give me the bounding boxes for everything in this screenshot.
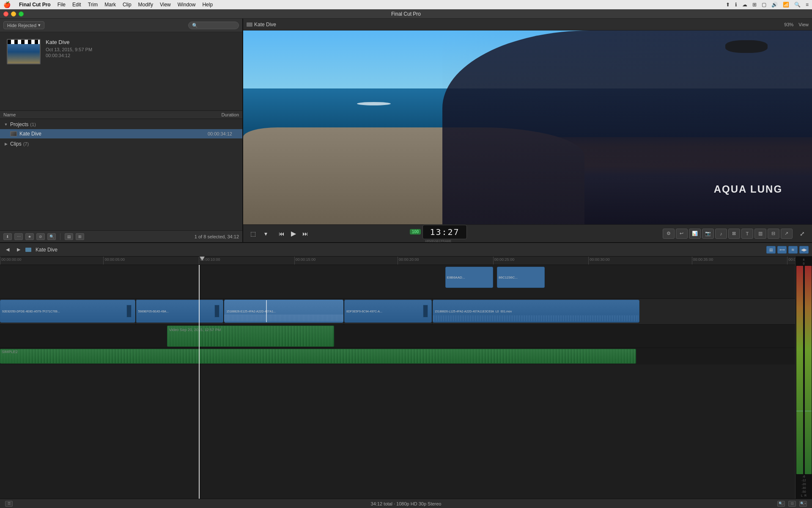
vu-label-minus30: -30: [801, 486, 806, 489]
clip-1-label: 92E92050-DFDE-4E8D-A579-7F271C769...: [2, 310, 133, 313]
clip-4-label: 8DF3E5F9-6C94-497C-A...: [346, 310, 430, 313]
notification-icon[interactable]: ⬆: [726, 2, 730, 8]
info-icon[interactable]: ℹ: [735, 2, 737, 8]
projects-section-header[interactable]: ▼ Projects (1): [0, 120, 242, 129]
lib-btn-3[interactable]: ★: [25, 233, 34, 240]
transition-button[interactable]: ⊠: [728, 229, 740, 239]
vu-channel-l: L: [801, 494, 803, 497]
wifi-icon[interactable]: 📶: [783, 2, 789, 8]
timeline-view-btn3[interactable]: ≋: [788, 246, 798, 254]
audio-clip-1[interactable]: Video Sep 20, 2015, 12:57 PM: [167, 326, 334, 347]
project-duration: 00:00:34:12: [194, 131, 232, 136]
viewer-extra-button[interactable]: ▾: [261, 229, 270, 238]
timeline-content-area: E8B6AAD... 86C1236C... 92E92050-DFDE-4E8…: [0, 265, 795, 499]
fit-button[interactable]: ⊡: [788, 501, 796, 507]
lib-btn-4[interactable]: ⊘: [36, 233, 45, 240]
airplay-icon[interactable]: ▢: [762, 2, 766, 8]
apple-menu[interactable]: 🍎: [3, 1, 11, 8]
view-mode-btn1[interactable]: ▤: [65, 233, 73, 240]
menubar: 🍎 Final Cut Pro File Edit Trim Mark Clip…: [0, 0, 812, 9]
timeline-view-btn4[interactable]: ◀▶: [799, 246, 809, 254]
timeline-play-button[interactable]: ▶: [14, 246, 23, 254]
connected-clip-2[interactable]: 86C1236C...: [497, 267, 545, 288]
undo-button[interactable]: ↩: [676, 229, 688, 239]
video-clip-5[interactable]: 15188826-L125-4FA2-A22D-407A11E3C63A_L0_…: [433, 300, 639, 323]
video-clip-2[interactable]: 5989EF05-6EA5-49A...: [136, 300, 223, 323]
library-bottom-toolbar: ⬇ ⋯ ★ ⊘ 🔍 ▤ ⊞ 1 of 8 selected, 34:12: [0, 230, 242, 242]
menu-view[interactable]: View: [160, 2, 171, 8]
hide-rejected-button[interactable]: Hide Rejected ▾: [3, 21, 44, 29]
transport-controls: ⏮ ▶ ⏭: [277, 229, 310, 238]
theme-button[interactable]: ⊟: [768, 229, 779, 239]
projects-label: Projects: [10, 121, 28, 127]
timeline-view-btn2[interactable]: ⟺: [777, 246, 787, 254]
menu-trim[interactable]: Trim: [88, 2, 98, 8]
fps-badge: 100: [410, 229, 421, 235]
video-scope-button[interactable]: 📊: [689, 229, 701, 239]
vu-bar-right: [805, 266, 812, 474]
music-button[interactable]: ♪: [715, 229, 727, 239]
traffic-lights: [3, 11, 24, 17]
timeline-view-btn1[interactable]: ▤: [766, 246, 776, 254]
cloud-icon[interactable]: ☁: [742, 2, 747, 8]
volume-icon[interactable]: 🔊: [771, 2, 778, 8]
play-button[interactable]: ▶: [289, 229, 298, 238]
ruler-playhead-marker: [199, 257, 206, 265]
statusbar-btn-left[interactable]: ☰: [5, 501, 13, 507]
import-button[interactable]: ⬇: [3, 233, 12, 240]
forward-to-end-button[interactable]: ⏭: [301, 229, 310, 238]
menu-modify[interactable]: Modify: [138, 2, 153, 8]
library-search-input[interactable]: [188, 22, 239, 29]
close-button[interactable]: [3, 11, 8, 17]
marker3: [423, 305, 428, 318]
menu-clip[interactable]: Clip: [123, 2, 132, 8]
maximize-button[interactable]: [19, 11, 24, 17]
share-button[interactable]: ↗: [781, 229, 793, 239]
vu-meter: 6 0 -6 -12 -20 -30 -50 L R: [795, 257, 812, 499]
clip-3-wave: [225, 315, 343, 321]
timeline-body: 00:00:00:00 00:00:05:00 00:00:10:00 00:0…: [0, 257, 812, 499]
project-item-katedive[interactable]: Kate Dive 00:00:34:12: [0, 129, 242, 138]
grid-icon[interactable]: ⊞: [752, 2, 757, 8]
audio-clip-bg[interactable]: [0, 349, 636, 364]
view-button[interactable]: View: [798, 22, 809, 27]
video-clip-4[interactable]: 8DF3E5F9-6C94-497C-A...: [344, 300, 432, 323]
video-area: AQUA LUNG: [243, 30, 812, 224]
camera-button[interactable]: 📷: [702, 229, 714, 239]
text-button[interactable]: T: [741, 229, 753, 239]
column-name-header: Name: [3, 112, 201, 117]
generator-button[interactable]: ▥: [754, 229, 766, 239]
connected-clip-1[interactable]: E8B6AAD...: [445, 267, 493, 288]
top-section: Hide Rejected ▾ Kate Dive Oct 13, 2015, …: [0, 19, 812, 243]
rewind-to-start-button[interactable]: ⏮: [277, 229, 286, 238]
timeline-back-button[interactable]: ◀: [3, 246, 12, 254]
status-text: 34:12 total · 1080p HD 30p Stereo: [371, 501, 442, 506]
ruler-mark-6: 00:00:30:00: [588, 257, 610, 265]
connected-clip-2-label: 86C1236C...: [499, 276, 518, 279]
lib-btn-2[interactable]: ⋯: [14, 233, 23, 240]
bg-audio-label: SIMPLE2: [2, 350, 18, 354]
menu-file[interactable]: File: [58, 2, 66, 8]
zoom-in-button[interactable]: 🔍+: [799, 501, 807, 507]
zoom-out-button[interactable]: 🔍-: [777, 501, 785, 507]
menu-window[interactable]: Window: [178, 2, 196, 8]
tools-button[interactable]: ⚙: [663, 229, 675, 239]
search-icon[interactable]: 🔍: [794, 2, 801, 8]
clip-thumbnail: [7, 39, 41, 64]
menu-extra-icon[interactable]: ≡: [806, 2, 809, 8]
library-content[interactable]: ▼ Projects (1) Kate Dive 00:00:34:12 ▶ C…: [0, 119, 242, 230]
filter-button[interactable]: 🔍: [47, 233, 56, 240]
video-clip-1[interactable]: 92E92050-DFDE-4E8D-A579-7F271C769...: [0, 300, 135, 323]
clips-section-header[interactable]: ▶ Clips (7): [0, 139, 242, 149]
video-clip-3[interactable]: 15188826-E125-4FA2-A22D-407A1...: [224, 300, 343, 323]
menu-help[interactable]: Help: [202, 2, 213, 8]
timeline-main: 00:00:00:00 00:00:05:00 00:00:10:00 00:0…: [0, 257, 795, 499]
fullscreen-left-button[interactable]: ⬚: [248, 229, 258, 238]
menu-edit[interactable]: Edit: [72, 2, 81, 8]
viewer-controls-right: 93% View: [784, 22, 809, 27]
fullscreen-right-button[interactable]: ⤢: [798, 229, 807, 238]
menu-finalcutpro[interactable]: Final Cut Pro: [19, 2, 51, 8]
menu-mark[interactable]: Mark: [104, 2, 116, 8]
minimize-button[interactable]: [11, 11, 16, 17]
view-mode-btn2[interactable]: ⊞: [76, 233, 84, 240]
